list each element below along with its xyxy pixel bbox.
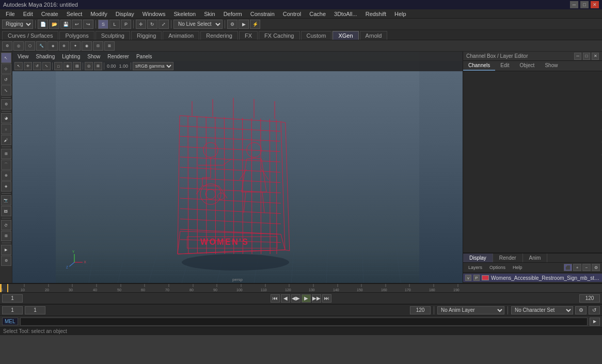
tab-curves-surfaces[interactable]: Curves / Surfaces bbox=[2, 31, 58, 40]
range-start-input[interactable] bbox=[2, 306, 23, 314]
tab-fx[interactable]: FX bbox=[239, 31, 258, 40]
camera-btn[interactable]: 📷 bbox=[1, 195, 11, 205]
vp-grid-btn[interactable]: ⊞ bbox=[94, 62, 102, 70]
close-button[interactable]: ✕ bbox=[591, 1, 599, 8]
play-back-btn[interactable]: ◀▶ bbox=[291, 294, 300, 303]
layer-visibility-btn[interactable]: v bbox=[465, 275, 471, 281]
viewport[interactable]: View Shading Lighting Show Renderer Pane… bbox=[12, 52, 463, 283]
vp-colorspace-select[interactable]: sRGB gamma bbox=[133, 62, 173, 70]
rotate-tool-btn[interactable]: ↺ bbox=[1, 74, 11, 85]
paint-select-btn[interactable]: 🖌 bbox=[1, 135, 11, 145]
panel-close-icon[interactable]: ✕ bbox=[592, 53, 599, 60]
anim-layer-select[interactable]: No Anim Layer bbox=[437, 306, 504, 314]
vp-texture-btn[interactable]: ▤ bbox=[73, 62, 81, 70]
new-scene-btn[interactable]: 📄 bbox=[38, 20, 48, 29]
open-btn[interactable]: 📂 bbox=[49, 20, 59, 29]
menu-3dtool[interactable]: 3DtoAll... bbox=[330, 10, 361, 18]
vp-isolate-btn[interactable]: ◎ bbox=[85, 62, 93, 70]
vp-smooth-btn[interactable]: ◉ bbox=[64, 62, 72, 70]
lasso-btn[interactable]: L bbox=[109, 20, 120, 29]
paint-btn[interactable]: P bbox=[121, 20, 131, 29]
redo-btn[interactable]: ↪ bbox=[83, 20, 93, 29]
command-input[interactable] bbox=[20, 318, 588, 326]
menu-display[interactable]: Display bbox=[112, 10, 138, 18]
menu-modify[interactable]: Modify bbox=[87, 10, 110, 18]
ipr-btn[interactable]: ⚡ bbox=[250, 20, 260, 29]
render-btn[interactable]: ▶ bbox=[239, 20, 249, 29]
tab-edit[interactable]: Edit bbox=[495, 61, 514, 71]
layer-color-btn[interactable]: ⬛ bbox=[564, 264, 572, 271]
undo-btn[interactable]: ↩ bbox=[72, 20, 82, 29]
tab-rendering[interactable]: Rendering bbox=[200, 31, 238, 40]
snap-curve-btn[interactable]: ⌒ bbox=[1, 160, 11, 170]
shelf-btn-3[interactable]: ⬡ bbox=[25, 41, 35, 51]
tab-custom[interactable]: Custom bbox=[301, 31, 332, 40]
vp-menu-lighting[interactable]: Lighting bbox=[59, 53, 83, 60]
vp-menu-renderer[interactable]: Renderer bbox=[104, 53, 132, 60]
tab-arnold[interactable]: Arnold bbox=[360, 31, 388, 40]
layer-add-btn[interactable]: + bbox=[573, 264, 581, 271]
vp-rotate-btn[interactable]: ↺ bbox=[33, 62, 41, 70]
vp-wireframe-btn[interactable]: □ bbox=[54, 62, 62, 70]
tab-polygons[interactable]: Polygons bbox=[59, 31, 94, 40]
menu-file[interactable]: File bbox=[2, 10, 19, 18]
loop-btn[interactable]: ↺ bbox=[589, 306, 600, 314]
shelf-btn-7[interactable]: ✦ bbox=[70, 41, 81, 51]
snap-point-btn[interactable]: ⊕ bbox=[1, 170, 11, 181]
shelf-btn-1[interactable]: ⚙ bbox=[2, 41, 12, 51]
panel-float-icon[interactable]: □ bbox=[583, 53, 590, 60]
step-fwd-btn[interactable]: ▶▶ bbox=[312, 294, 321, 303]
panel-minimize-icon[interactable]: ─ bbox=[574, 53, 581, 60]
select-btn[interactable]: S bbox=[98, 20, 108, 29]
jump-start-btn[interactable]: ⏮ bbox=[271, 294, 280, 303]
tab-sculpting[interactable]: Sculpting bbox=[96, 31, 130, 40]
vp-menu-shading[interactable]: Shading bbox=[33, 53, 58, 60]
cmd-run-btn[interactable]: ▶ bbox=[590, 318, 600, 326]
layer-settings-btn[interactable]: ⚙ bbox=[592, 264, 600, 271]
rigging-select[interactable]: Rigging bbox=[2, 20, 33, 29]
image-plane-btn[interactable]: 🖼 bbox=[1, 206, 11, 216]
shelf-btn-2[interactable]: ◎ bbox=[13, 41, 24, 51]
shelf-btn-6[interactable]: ⊕ bbox=[59, 41, 69, 51]
layer-tab-render[interactable]: Render bbox=[493, 254, 523, 262]
select-tool-btn[interactable]: ↖ bbox=[1, 53, 11, 63]
menu-windows[interactable]: Windows bbox=[139, 10, 169, 18]
save-btn[interactable]: 💾 bbox=[60, 20, 71, 29]
shelf-btn-10[interactable]: ⊠ bbox=[104, 41, 115, 51]
jump-end-btn[interactable]: ⏭ bbox=[322, 294, 331, 303]
vp-scale-btn[interactable]: ⤡ bbox=[42, 62, 51, 70]
anim-settings-btn[interactable]: ⚙ bbox=[575, 306, 587, 314]
vp-menu-panels[interactable]: Panels bbox=[133, 53, 155, 60]
tab-rigging[interactable]: Rigging bbox=[131, 31, 162, 40]
menu-help[interactable]: Help bbox=[391, 10, 410, 18]
playback-start-input[interactable] bbox=[25, 306, 45, 314]
layer-menu-layers[interactable]: Layers bbox=[465, 264, 485, 271]
tab-fx-caching[interactable]: FX Caching bbox=[259, 31, 299, 40]
char-set-select[interactable]: No Character Set bbox=[511, 306, 573, 314]
shelf-btn-8[interactable]: ◉ bbox=[82, 41, 92, 51]
layer-remove-btn[interactable]: − bbox=[582, 264, 591, 271]
vp-menu-show[interactable]: Show bbox=[84, 53, 103, 60]
minimize-button[interactable]: ─ bbox=[570, 1, 578, 8]
scale-btn[interactable]: ⤢ bbox=[159, 20, 169, 29]
menu-skin[interactable]: Skin bbox=[200, 10, 218, 18]
tab-object[interactable]: Object bbox=[515, 61, 540, 71]
layer-tab-anim[interactable]: Anim bbox=[523, 254, 548, 262]
no-live-select[interactable]: No Live Select bbox=[173, 20, 223, 29]
menu-select[interactable]: Select bbox=[63, 10, 86, 18]
render-settings-left-btn[interactable]: ⚙ bbox=[1, 256, 11, 266]
render-settings-btn[interactable]: ⚙ bbox=[227, 20, 237, 29]
playback-end-input[interactable] bbox=[410, 306, 431, 314]
quick-layout-btn[interactable]: ⊞ bbox=[1, 231, 11, 241]
menu-control[interactable]: Control bbox=[279, 10, 305, 18]
move-tool-btn[interactable]: ⊹ bbox=[1, 64, 11, 74]
play-fwd-btn[interactable]: ▶ bbox=[302, 294, 311, 303]
shelf-btn-9[interactable]: ⊟ bbox=[93, 41, 103, 51]
tab-show[interactable]: Show bbox=[540, 61, 563, 71]
window-controls[interactable]: ─ □ ✕ bbox=[570, 1, 599, 8]
shelf-btn-4[interactable]: 🔧 bbox=[36, 41, 46, 51]
menu-edit[interactable]: Edit bbox=[20, 10, 37, 18]
vp-move-btn[interactable]: ✛ bbox=[24, 62, 32, 70]
tab-channels[interactable]: Channels bbox=[463, 61, 495, 71]
layer-menu-options[interactable]: Options bbox=[486, 264, 509, 271]
